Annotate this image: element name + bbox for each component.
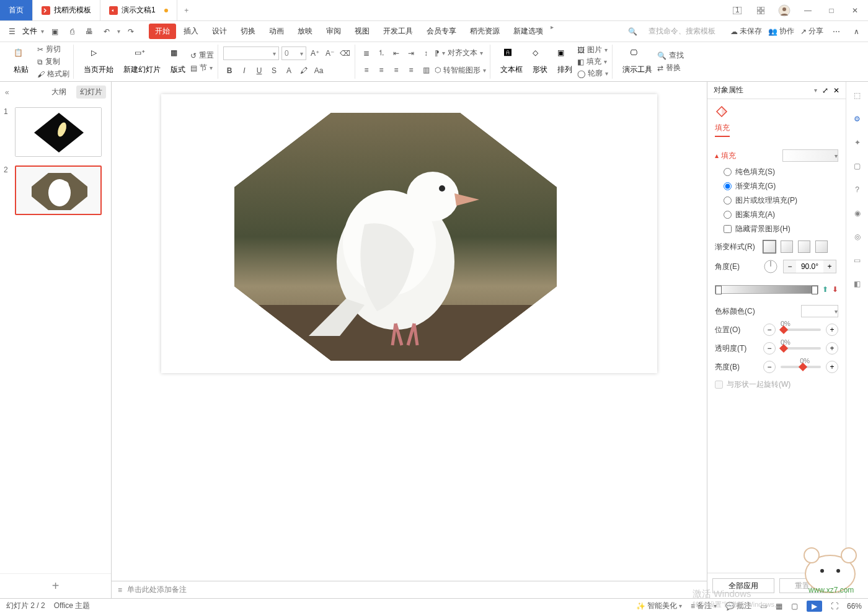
maximize-button[interactable]: □	[823, 2, 839, 19]
add-slide-button[interactable]: +	[0, 573, 111, 598]
zoom-value[interactable]: 66%	[847, 602, 862, 611]
find-button[interactable]: 🔍查找	[657, 50, 684, 61]
line-spacing-icon[interactable]: ↕	[420, 47, 432, 60]
ts-cube-icon[interactable]: ◧	[851, 278, 864, 290]
radio-picture-fill[interactable]: 图片或纹理填充(P)	[724, 195, 838, 206]
undo-icon[interactable]: ↶	[100, 25, 113, 38]
radio-gradient-fill[interactable]: 渐变填充(G)	[724, 181, 838, 192]
print-icon[interactable]: ⎙	[65, 25, 79, 38]
comments-toggle[interactable]: 💬批注	[725, 601, 751, 611]
cut-button[interactable]: ✂剪切	[37, 44, 69, 55]
fill-preview-combo[interactable]: ▾	[782, 149, 838, 162]
view-sorter-icon[interactable]: ▦	[776, 602, 782, 611]
paste-button[interactable]: 📋 粘贴	[9, 48, 33, 75]
ts-select-icon[interactable]: ⬚	[851, 89, 864, 102]
save-icon[interactable]: ▣	[48, 25, 61, 38]
format-painter-button[interactable]: 🖌格式刷	[37, 69, 69, 80]
slide-thumb-1[interactable]: 1	[4, 107, 107, 157]
fit-icon[interactable]: ⛶	[831, 602, 838, 611]
trans-decr[interactable]: −	[763, 342, 776, 355]
angle-spinner[interactable]: − 90.0° +	[783, 260, 836, 273]
clear-format-icon[interactable]: ⌫	[339, 47, 351, 60]
text-direction-button[interactable]: ⁋▾	[435, 48, 445, 59]
highlight-icon[interactable]: 🖍	[298, 64, 310, 77]
close-button[interactable]: ✕	[847, 2, 863, 19]
textbox-button[interactable]: 🅰文本框	[495, 45, 528, 79]
align-left-icon[interactable]: ≡	[360, 64, 373, 76]
slideshow-button[interactable]: ▶	[807, 601, 822, 612]
font-size-combo[interactable]: 0▾	[281, 46, 306, 60]
tab-overview-icon[interactable]: 1	[729, 2, 745, 19]
pos-decr[interactable]: −	[763, 324, 776, 336]
collapse-panel-icon[interactable]: «	[5, 88, 9, 97]
tab-outline[interactable]: 大纲	[48, 86, 70, 99]
outline-button[interactable]: ◯轮廓▾	[577, 68, 608, 79]
gradient-stops-bar[interactable]	[715, 285, 818, 294]
increase-font-icon[interactable]: A⁺	[309, 47, 321, 60]
tab-templates[interactable]: 找稻壳模板	[33, 0, 100, 20]
share-button[interactable]: ↗分享	[800, 26, 823, 37]
decrease-font-icon[interactable]: A⁻	[324, 47, 336, 60]
grad-style-3[interactable]	[798, 240, 810, 253]
ts-material-icon[interactable]: ◉	[851, 207, 864, 219]
fill-button[interactable]: ◧填充▾	[577, 56, 608, 67]
reset-button[interactable]: ↺重置	[190, 50, 214, 61]
grad-style-2[interactable]	[781, 240, 793, 253]
picture-button[interactable]: 🖼图片▾	[577, 45, 608, 55]
position-slider[interactable]: 0%	[781, 329, 821, 331]
app-grid-icon[interactable]	[753, 2, 769, 19]
ribbon-tab-slideshow[interactable]: 放映	[291, 24, 319, 39]
collab-button[interactable]: 👥协作	[768, 26, 794, 37]
convert-smartart-button[interactable]: ⬡转智能图形▾	[435, 64, 486, 76]
ribbon-tab-review[interactable]: 审阅	[320, 24, 347, 39]
section-fill[interactable]: ▴填充 ▾	[715, 149, 838, 162]
notes-toggle[interactable]: ≡备注▾	[691, 601, 717, 611]
ts-settings-icon[interactable]: ⚙	[851, 113, 864, 125]
fill-tab-icon[interactable]	[715, 105, 728, 119]
avatar[interactable]	[776, 2, 792, 19]
remove-stop-icon[interactable]: ⬇	[832, 285, 838, 294]
bright-decr[interactable]: −	[763, 361, 776, 373]
increase-indent-icon[interactable]: ⇥	[405, 47, 417, 60]
ribbon-tab-insert[interactable]: 插入	[177, 24, 205, 39]
ribbon-tab-newoptions[interactable]: 新建选项	[507, 24, 549, 39]
tab-slides[interactable]: 幻灯片	[76, 86, 106, 99]
grad-style-4[interactable]	[815, 240, 828, 253]
replace-button[interactable]: ⇄替换	[657, 63, 684, 74]
from-current-button[interactable]: ▷当页开始	[79, 45, 118, 79]
ribbon-tab-more-icon[interactable]: ▸	[551, 24, 554, 39]
section-button[interactable]: ▤节▾	[190, 63, 214, 74]
octagon-shape[interactable]	[234, 113, 557, 361]
grad-stop-right[interactable]	[812, 286, 818, 294]
ribbon-tab-design[interactable]: 设计	[206, 24, 233, 39]
search-command-input[interactable]: 查找命令、搜索模板	[644, 25, 724, 38]
ribbon-tab-member[interactable]: 会员专享	[420, 24, 463, 39]
radio-pattern-fill[interactable]: 图案填充(A)	[724, 209, 838, 220]
numbering-icon[interactable]: ⒈	[375, 47, 388, 60]
slide-thumb-2[interactable]: 2	[4, 165, 107, 215]
slide-canvas[interactable]	[161, 94, 657, 373]
reset-bg-button[interactable]: 重置背景	[779, 578, 841, 593]
italic-icon[interactable]: I	[238, 64, 250, 77]
align-right-icon[interactable]: ≡	[390, 64, 402, 76]
pin-icon[interactable]: ⤢	[822, 86, 828, 95]
font-color-icon[interactable]: A	[283, 64, 295, 77]
minimize-button[interactable]: —	[800, 2, 816, 19]
collapse-ribbon-icon[interactable]: ∧	[849, 25, 863, 38]
ts-screen-icon[interactable]: ▭	[851, 254, 864, 267]
canvas-scroll[interactable]	[112, 82, 707, 581]
check-rotate-with-shape[interactable]: 与形状一起旋转(W)	[715, 379, 838, 390]
tab-document[interactable]: 演示文稿1	[100, 0, 177, 20]
grad-stop-left[interactable]	[715, 286, 722, 294]
justify-icon[interactable]: ≡	[405, 64, 417, 76]
bold-icon[interactable]: B	[223, 64, 236, 77]
pos-incr[interactable]: +	[826, 324, 838, 336]
present-tool-button[interactable]: 🖵演示工具	[618, 45, 657, 79]
check-hide-bg[interactable]: 隐藏背景图形(H)	[724, 224, 838, 234]
text-effects-icon[interactable]: Aa	[312, 64, 325, 77]
brightness-slider[interactable]: 0%	[781, 366, 821, 368]
apply-all-button[interactable]: 全部应用	[712, 578, 774, 593]
ribbon-tab-transition[interactable]: 切换	[234, 24, 262, 39]
add-stop-icon[interactable]: ⬆	[822, 285, 828, 294]
align-center-icon[interactable]: ≡	[375, 64, 388, 76]
